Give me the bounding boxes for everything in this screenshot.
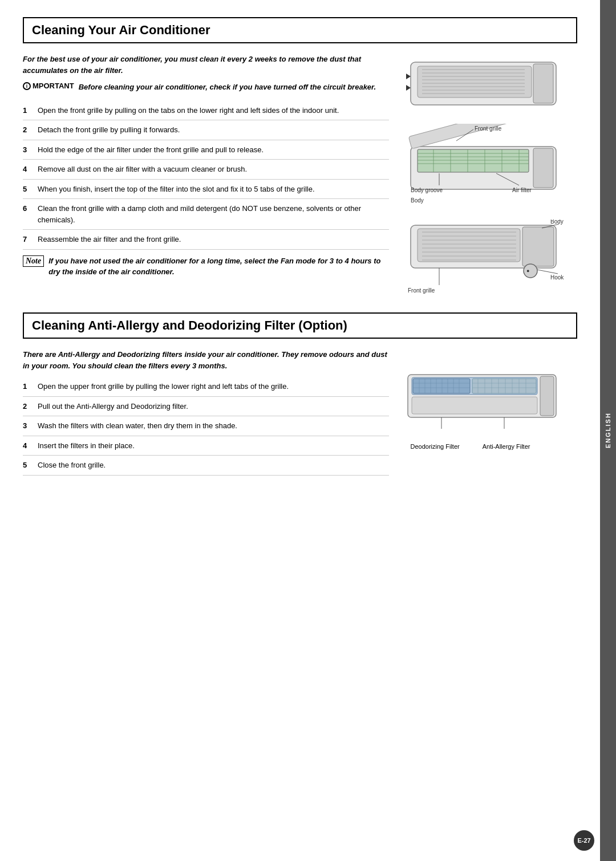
step-text: Open the front grille by pulling on the …: [38, 105, 389, 116]
step-item: 2 Detach the front grille by pulling it …: [23, 120, 389, 140]
step-num: 3: [23, 144, 31, 156]
step-item: 3 Wash the filters with clean water, the…: [23, 416, 389, 436]
step-item: 1 Open the upper front grille by pulling…: [23, 377, 389, 397]
svg-rect-44: [522, 227, 554, 266]
section1-title: Cleaning Your Air Conditioner: [23, 17, 577, 43]
diagram3-svg: ● Body Hook Front grille: [405, 220, 573, 299]
svg-rect-15: [418, 149, 529, 172]
step-num: 7: [23, 234, 31, 245]
step-text: Detach the front grille by pulling it fo…: [38, 124, 389, 136]
svg-marker-12: [406, 85, 411, 91]
diagram1-svg: [405, 54, 573, 116]
svg-line-49: [537, 270, 558, 274]
filter-diagram-wrap: Deodorizing Filter Anti-Allergy Filter: [405, 372, 573, 450]
filter-diagram-svg: [405, 372, 573, 440]
step-text: Hold the edge of the air filter under th…: [38, 144, 389, 156]
step-text: Reassemble the air filter and the front …: [38, 234, 389, 245]
diagram2-wrap: Front grille Body groove Body Air filter: [405, 124, 573, 214]
step-num: 6: [23, 203, 31, 214]
step-text: Remove all dust on the air filter with a…: [38, 164, 389, 175]
important-text: Before cleaning your air conditioner, ch…: [79, 82, 376, 93]
anti-allergy-label: Anti-Allergy Filter: [483, 443, 530, 450]
svg-rect-10: [533, 64, 553, 103]
svg-point-45: [524, 264, 537, 278]
svg-rect-77: [412, 397, 537, 414]
note-box: Note If you have not used the air condit…: [23, 255, 389, 278]
step-num: 1: [23, 381, 31, 392]
section1-intro: For the best use of your air conditioner…: [23, 54, 389, 76]
step-num: 1: [23, 105, 31, 116]
section2: Cleaning Anti-Allergy and Deodorizing Fi…: [23, 312, 577, 476]
step-num: 5: [23, 460, 31, 471]
steps-list-2: 1 Open the upper front grille by pulling…: [23, 377, 389, 476]
svg-rect-55: [413, 379, 470, 393]
step-text: When you finish, insert the top of the f…: [38, 184, 389, 195]
step-item: 5 When you finish, insert the top of the…: [23, 180, 389, 200]
important-box: i MPORTANT Before cleaning your air cond…: [23, 82, 389, 93]
step-num: 2: [23, 124, 31, 136]
diagrams-col-2: Deodorizing Filter Anti-Allergy Filter: [400, 360, 577, 476]
svg-rect-14: [408, 124, 522, 149]
step-num: 4: [23, 440, 31, 452]
svg-rect-26: [533, 148, 553, 188]
sidebar-english-label: ENGLISH: [600, 0, 616, 861]
step-item: 4 Insert the filters in their place.: [23, 436, 389, 456]
steps-list-1: 1 Open the front grille by pulling on th…: [23, 101, 389, 250]
section2-title: Cleaning Anti-Allergy and Deodorizing Fi…: [23, 312, 577, 339]
step-text: Close the front grille.: [38, 460, 389, 471]
filter-labels: Deodorizing Filter Anti-Allergy Filter: [405, 443, 573, 450]
diagram3-wrap: ● Body Hook Front grille: [405, 220, 573, 301]
note-text: If you have not used the air conditioner…: [48, 255, 389, 278]
svg-text:Hook: Hook: [550, 274, 564, 281]
page-badge: E-27: [574, 830, 594, 851]
svg-text:Body: Body: [411, 197, 424, 204]
diagram1-wrap: [405, 54, 573, 118]
svg-rect-35: [418, 229, 520, 262]
diagrams-col-1: Front grille Body groove Body Air filter: [400, 54, 577, 301]
step-item: 7 Reassemble the air filter and the fron…: [23, 230, 389, 250]
step-item: 3 Hold the edge of the air filter under …: [23, 140, 389, 160]
step-text: Open the upper front grille by pulling t…: [38, 381, 389, 392]
svg-text:Air filter: Air filter: [512, 187, 532, 193]
step-item: 4 Remove all dust on the air filter with…: [23, 160, 389, 180]
note-label: Note: [23, 255, 44, 267]
important-icon: i: [23, 82, 31, 90]
step-num: 2: [23, 401, 31, 412]
svg-rect-1: [418, 66, 532, 98]
svg-text:Body: Body: [550, 220, 564, 225]
diagram2-svg: Front grille Body groove Body Air filter: [405, 124, 573, 212]
svg-rect-56: [472, 379, 536, 393]
step-item: 5 Close the front grille.: [23, 456, 389, 476]
step-num: 4: [23, 164, 31, 175]
step-text: Wash the filters with clean water, then …: [38, 420, 389, 432]
svg-text:●: ●: [526, 268, 529, 274]
svg-text:Front grille: Front grille: [475, 125, 502, 132]
important-label: i MPORTANT: [23, 82, 74, 90]
step-item: 6 Clean the front grille with a damp clo…: [23, 199, 389, 230]
svg-marker-11: [406, 74, 411, 79]
step-item: 1 Open the front grille by pulling on th…: [23, 101, 389, 121]
step-text: Clean the front grille with a damp cloth…: [38, 203, 389, 225]
step-num: 3: [23, 420, 31, 432]
section2-intro: There are Anti-Allergy and Deodorizing f…: [23, 349, 389, 371]
step-text: Pull out the Anti-Allergy and Deodorizin…: [38, 401, 389, 412]
step-num: 5: [23, 184, 31, 195]
svg-rect-78: [540, 376, 554, 416]
deodorizing-label: Deodorizing Filter: [411, 443, 460, 450]
step-item: 2 Pull out the Anti-Allergy and Deodoriz…: [23, 397, 389, 417]
step-text: Insert the filters in their place.: [38, 440, 389, 452]
svg-text:Body groove: Body groove: [411, 187, 443, 193]
svg-text:Front grille: Front grille: [408, 287, 435, 294]
